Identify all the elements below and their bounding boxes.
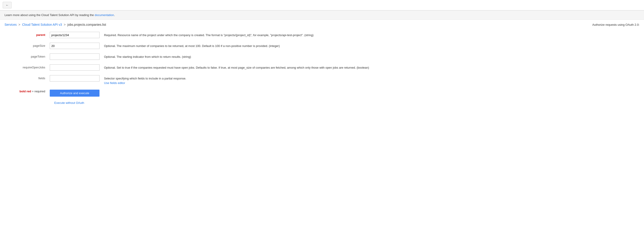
breadcrumb-services-link[interactable]: Services xyxy=(4,23,17,26)
field-label-parent: parent xyxy=(4,32,50,37)
breadcrumb-method: jobs.projects.companies.list xyxy=(68,23,106,26)
field-row-parent: parent Required. Resource name of the pr… xyxy=(4,32,640,38)
field-input-col-fields xyxy=(50,75,100,82)
field-label-requireopenjobs: requireOpenJobs xyxy=(4,64,50,69)
field-row-fields: fields Selector specifying which fields … xyxy=(4,75,640,85)
authorize-col: Authorize and execute xyxy=(50,90,100,97)
field-desc-pagetoken: Optional. The starting indicator from wh… xyxy=(100,53,640,59)
field-input-col-requireopenjobs xyxy=(50,64,100,71)
field-input-parent[interactable] xyxy=(50,32,100,38)
field-desc-parent: Required. Resource name of the project u… xyxy=(100,32,640,37)
top-bar: ← xyxy=(0,0,644,10)
field-input-pagesize[interactable] xyxy=(50,43,100,49)
legend-label: bold red = required xyxy=(4,90,50,93)
back-button[interactable]: ← xyxy=(3,2,12,8)
info-banner: Learn more about using the Cloud Talent … xyxy=(0,10,644,20)
use-fields-editor-link[interactable]: Use fields editor xyxy=(104,81,640,85)
field-label-pagesize: pageSize xyxy=(4,43,50,47)
field-desc-pagesize: Optional. The maximum number of companie… xyxy=(100,43,640,48)
field-label-fields: fields xyxy=(4,75,50,80)
field-input-pagetoken[interactable] xyxy=(50,53,100,60)
breadcrumb-row: Services > Cloud Talent Solution API v3 … xyxy=(0,20,644,30)
form-container: parent Required. Resource name of the pr… xyxy=(0,30,644,111)
field-row-pagesize: pageSize Optional. The maximum number of… xyxy=(4,43,640,49)
legend-bold-red: bold red xyxy=(20,90,31,93)
legend-authorize-row: bold red = required Authorize and execut… xyxy=(4,90,640,97)
breadcrumb-separator-1: > xyxy=(18,23,21,26)
field-input-requireopenjobs[interactable] xyxy=(50,64,100,71)
field-input-fields[interactable] xyxy=(50,75,100,82)
field-input-col-parent xyxy=(50,32,100,38)
info-text: Learn more about using the Cloud Talent … xyxy=(4,13,95,17)
field-row-pagetoken: pageToken Optional. The starting indicat… xyxy=(4,53,640,60)
field-label-pagetoken: pageToken xyxy=(4,53,50,58)
field-input-col-pagesize xyxy=(50,43,100,49)
breadcrumb: Services > Cloud Talent Solution API v3 … xyxy=(4,23,106,26)
field-row-requireopenjobs: requireOpenJobs Optional. Set to true if… xyxy=(4,64,640,71)
info-text-after: . xyxy=(114,13,115,17)
breadcrumb-api-link[interactable]: Cloud Talent Solution API v3 xyxy=(22,23,62,26)
field-desc-requireopenjobs: Optional. Set to true if the companies r… xyxy=(100,64,640,70)
breadcrumb-separator-2: > xyxy=(64,23,66,26)
oauth-label: Authorize requests using OAuth 2.0: xyxy=(592,23,640,26)
execute-without-oauth-link[interactable]: Execute without OAuth xyxy=(9,101,640,105)
legend-rest: = required xyxy=(31,90,45,93)
authorize-execute-button[interactable]: Authorize and execute xyxy=(50,90,100,97)
field-input-col-pagetoken xyxy=(50,53,100,60)
documentation-link[interactable]: documentation xyxy=(95,13,114,17)
field-desc-fields: Selector specifying which fields to incl… xyxy=(100,75,640,85)
